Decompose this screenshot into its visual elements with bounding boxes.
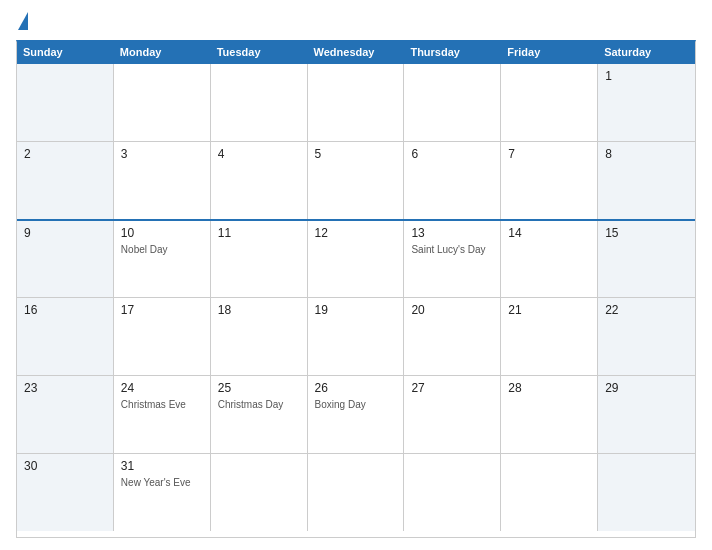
calendar-cell: 19: [308, 298, 405, 375]
date-number: 6: [411, 147, 493, 161]
event-label: Christmas Eve: [121, 398, 203, 412]
date-number: 19: [315, 303, 397, 317]
event-label: New Year's Eve: [121, 476, 203, 490]
calendar-cell: 6: [404, 142, 501, 219]
calendar-cell: [598, 454, 695, 531]
calendar-row: 910Nobel Day111213Saint Lucy's Day1415: [17, 219, 695, 298]
date-number: 26: [315, 381, 397, 395]
calendar-cell: 8: [598, 142, 695, 219]
calendar-cell: 23: [17, 376, 114, 453]
calendar-cell: 31New Year's Eve: [114, 454, 211, 531]
date-number: 16: [24, 303, 106, 317]
date-number: 13: [411, 226, 493, 240]
weekday-header: Tuesday: [211, 42, 308, 62]
date-number: 20: [411, 303, 493, 317]
date-number: 31: [121, 459, 203, 473]
date-number: 24: [121, 381, 203, 395]
calendar-cell: 28: [501, 376, 598, 453]
date-number: 27: [411, 381, 493, 395]
date-number: 29: [605, 381, 688, 395]
calendar-cell: 25Christmas Day: [211, 376, 308, 453]
calendar-cell: 14: [501, 221, 598, 298]
calendar-cell: 2: [17, 142, 114, 219]
event-label: Saint Lucy's Day: [411, 243, 493, 257]
calendar-cell: 10Nobel Day: [114, 221, 211, 298]
event-label: Christmas Day: [218, 398, 300, 412]
date-number: 14: [508, 226, 590, 240]
calendar-cell: [17, 64, 114, 141]
date-number: 4: [218, 147, 300, 161]
date-number: 10: [121, 226, 203, 240]
calendar-cell: [501, 64, 598, 141]
date-number: 23: [24, 381, 106, 395]
calendar-cell: 21: [501, 298, 598, 375]
date-number: 5: [315, 147, 397, 161]
calendar-cell: 7: [501, 142, 598, 219]
calendar-cell: 13Saint Lucy's Day: [404, 221, 501, 298]
page-header: [16, 12, 696, 32]
logo-triangle-icon: [18, 12, 28, 30]
calendar-cell: [211, 454, 308, 531]
date-number: 8: [605, 147, 688, 161]
date-number: 25: [218, 381, 300, 395]
date-number: 3: [121, 147, 203, 161]
calendar-page: SundayMondayTuesdayWednesdayThursdayFrid…: [0, 0, 712, 550]
calendar-cell: 26Boxing Day: [308, 376, 405, 453]
calendar-cell: 5: [308, 142, 405, 219]
calendar: SundayMondayTuesdayWednesdayThursdayFrid…: [16, 40, 696, 538]
weekday-header: Monday: [114, 42, 211, 62]
calendar-cell: 1: [598, 64, 695, 141]
logo: [16, 12, 28, 32]
event-label: Boxing Day: [315, 398, 397, 412]
calendar-cell: [308, 454, 405, 531]
calendar-cell: [211, 64, 308, 141]
calendar-cell: [404, 454, 501, 531]
calendar-row: 3031New Year's Eve: [17, 453, 695, 531]
weekday-headers: SundayMondayTuesdayWednesdayThursdayFrid…: [17, 42, 695, 62]
date-number: 2: [24, 147, 106, 161]
date-number: 30: [24, 459, 106, 473]
calendar-cell: 18: [211, 298, 308, 375]
calendar-row: 16171819202122: [17, 297, 695, 375]
calendar-cell: [404, 64, 501, 141]
calendar-cell: 15: [598, 221, 695, 298]
calendar-cell: 3: [114, 142, 211, 219]
calendar-cell: [308, 64, 405, 141]
calendar-cell: 30: [17, 454, 114, 531]
calendar-cell: 16: [17, 298, 114, 375]
calendar-cell: 29: [598, 376, 695, 453]
date-number: 21: [508, 303, 590, 317]
date-number: 18: [218, 303, 300, 317]
calendar-cell: 9: [17, 221, 114, 298]
weekday-header: Saturday: [598, 42, 695, 62]
calendar-body: 12345678910Nobel Day111213Saint Lucy's D…: [17, 62, 695, 531]
calendar-cell: 24Christmas Eve: [114, 376, 211, 453]
calendar-cell: 27: [404, 376, 501, 453]
weekday-header: Wednesday: [308, 42, 405, 62]
date-number: 28: [508, 381, 590, 395]
calendar-cell: 22: [598, 298, 695, 375]
calendar-cell: 11: [211, 221, 308, 298]
calendar-cell: 4: [211, 142, 308, 219]
event-label: Nobel Day: [121, 243, 203, 257]
date-number: 11: [218, 226, 300, 240]
date-number: 9: [24, 226, 106, 240]
calendar-cell: 20: [404, 298, 501, 375]
calendar-row: 2345678: [17, 141, 695, 219]
date-number: 15: [605, 226, 688, 240]
date-number: 1: [605, 69, 688, 83]
weekday-header: Friday: [501, 42, 598, 62]
calendar-cell: [501, 454, 598, 531]
calendar-row: 2324Christmas Eve25Christmas Day26Boxing…: [17, 375, 695, 453]
calendar-cell: 12: [308, 221, 405, 298]
calendar-cell: [114, 64, 211, 141]
calendar-row: 1: [17, 62, 695, 141]
date-number: 22: [605, 303, 688, 317]
date-number: 17: [121, 303, 203, 317]
date-number: 12: [315, 226, 397, 240]
calendar-cell: 17: [114, 298, 211, 375]
weekday-header: Thursday: [404, 42, 501, 62]
weekday-header: Sunday: [17, 42, 114, 62]
date-number: 7: [508, 147, 590, 161]
